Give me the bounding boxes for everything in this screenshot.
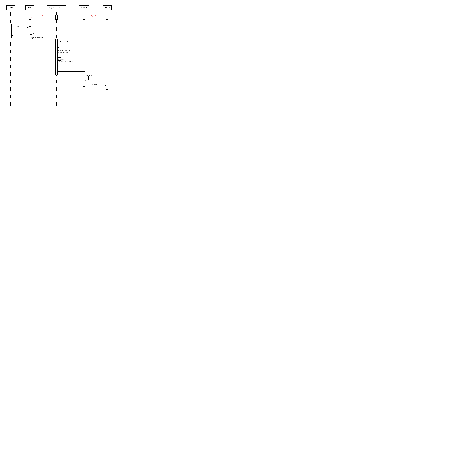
svg-rect-8 [103, 6, 111, 10]
svg-marker-28 [27, 27, 29, 28]
svg-marker-18 [31, 17, 32, 18]
svg-text:Yaml: Yaml [9, 7, 12, 9]
svg-text:Sync Status: Sync Status [91, 15, 99, 17]
svg-text:Lasting: Lasting [92, 83, 97, 85]
svg-marker-56 [82, 71, 83, 72]
svg-text:ingress-controller: ingress-controller [49, 7, 64, 9]
svg-marker-66 [105, 85, 106, 86]
svg-text:Call API: Call API [66, 69, 71, 71]
svg-rect-26 [29, 26, 31, 38]
svg-marker-52 [57, 65, 59, 67]
svg-rect-64 [106, 84, 108, 89]
svg-text:apply: apply [17, 26, 20, 27]
svg-text:Verification: Verification [86, 74, 93, 76]
svg-text:1、Parse yaml: 1、Parse yaml [58, 41, 68, 43]
svg-rect-4 [47, 6, 66, 10]
svg-marker-35 [54, 38, 56, 40]
svg-text:2、Match k8s svc -: 2、Match k8s svc - [58, 50, 71, 52]
svg-text:watch: watch [39, 15, 43, 17]
svg-rect-15 [29, 15, 31, 20]
diagram-svg: Yaml k8s ingress-controller APISIX ETCD [0, 0, 119, 113]
svg-rect-37 [56, 39, 57, 75]
svg-marker-46 [57, 57, 59, 58]
svg-rect-20 [83, 15, 85, 20]
svg-text:admission: admission [31, 32, 38, 34]
svg-rect-58 [83, 72, 85, 87]
svg-marker-41 [57, 47, 59, 48]
svg-text:k8s pod - apisix nodes: k8s pod - apisix nodes [58, 61, 73, 63]
svg-marker-33 [12, 35, 13, 36]
svg-text:3、Sync: 3、Sync [58, 59, 64, 60]
svg-rect-6 [79, 6, 89, 10]
svg-text:APISIX: APISIX [81, 7, 87, 9]
svg-text:apisix upstream: apisix upstream [58, 52, 68, 54]
svg-marker-62 [85, 80, 87, 81]
svg-marker-23 [85, 17, 87, 18]
svg-rect-25 [10, 24, 12, 38]
svg-rect-16 [56, 15, 57, 20]
svg-marker-30 [30, 34, 31, 35]
svg-rect-2 [26, 6, 34, 10]
svg-text:k8s: k8s [28, 7, 31, 9]
svg-rect-0 [6, 6, 15, 10]
svg-rect-21 [106, 15, 108, 20]
sequence-diagram: Yaml k8s ingress-controller APISIX ETCD [0, 0, 119, 113]
svg-text:ETCD: ETCD [105, 7, 110, 9]
svg-text:ingress-controller: ingress-controller [31, 37, 43, 39]
